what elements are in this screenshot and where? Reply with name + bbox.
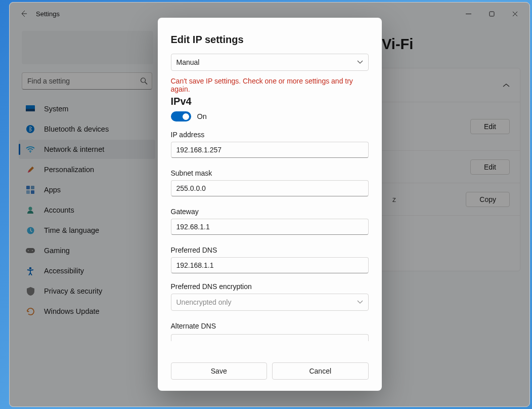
error-message: Can't save IP settings. Check one or mor… [171,77,369,93]
ip-address-label: IP address [171,131,369,139]
ipv4-toggle[interactable] [171,111,191,121]
toggle-label: On [197,112,207,120]
subnet-mask-label: Subnet mask [171,169,369,177]
gateway-input[interactable] [171,219,369,235]
alternate-dns-label: Alternate DNS [171,322,369,330]
cancel-button[interactable]: Cancel [272,362,369,380]
ipv4-heading: IPv4 [171,96,369,107]
preferred-dns-label: Preferred DNS [171,246,369,254]
preferred-dns-input[interactable] [171,257,369,273]
preferred-dns-encryption-label: Preferred DNS encryption [171,282,369,291]
subnet-mask-input[interactable] [171,180,369,196]
alternate-dns-input[interactable] [171,334,369,341]
preferred-dns-encryption-dropdown[interactable]: Unencrypted only [171,294,369,311]
edit-ip-dialog: Edit IP settings Manual Can't save IP se… [158,18,382,391]
chevron-down-icon [357,300,363,304]
settings-window: Settings Syst [9,2,530,407]
chevron-down-icon [357,60,363,64]
save-button[interactable]: Save [171,362,268,380]
ip-mode-dropdown[interactable]: Manual [171,54,369,71]
dialog-title: Edit IP settings [171,34,369,46]
ip-address-input[interactable] [171,142,369,158]
gateway-label: Gateway [171,208,369,216]
dropdown-value: Manual [176,58,200,66]
modal-scrim: Edit IP settings Manual Can't save IP se… [10,3,529,406]
dropdown-value: Unencrypted only [176,298,232,306]
